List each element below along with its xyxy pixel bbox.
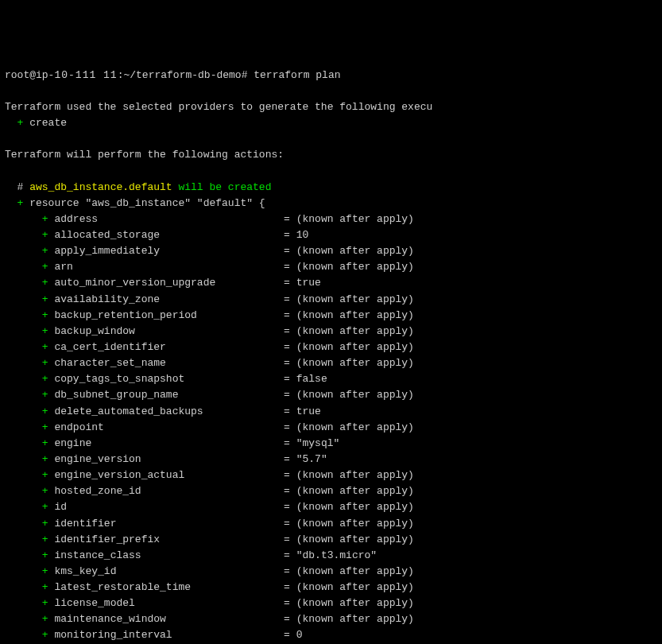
attr-plus: +	[5, 629, 54, 641]
attribute-row: + instance_class = "db.t3.micro"	[5, 548, 657, 564]
attr-name: id = (known after apply)	[54, 501, 413, 513]
attribute-row: + character_set_name = (known after appl…	[5, 355, 657, 371]
attr-name: copy_tags_to_snapshot = false	[54, 373, 327, 385]
attr-name: monitoring_interval = 0	[54, 629, 302, 641]
resource-decl: resource "aws_db_instance" "default" {	[29, 197, 265, 209]
attribute-row: + backup_retention_period = (known after…	[5, 308, 657, 324]
attr-name: backup_retention_period = (known after a…	[54, 309, 413, 321]
attr-name: address = (known after apply)	[54, 213, 413, 225]
attribute-row: + identifier = (known after apply)	[5, 516, 657, 532]
attribute-row: + allocated_storage = 10	[5, 227, 657, 243]
prompt-user: root@ip-	[5, 69, 54, 81]
attr-plus: +	[5, 613, 54, 625]
attr-plus: +	[5, 549, 54, 561]
attr-name: availability_zone = (known after apply)	[54, 293, 413, 305]
prompt-ip: 10-111 11	[54, 69, 117, 81]
attr-plus: +	[5, 245, 54, 257]
attribute-row: + id = (known after apply)	[5, 499, 657, 515]
attr-plus: +	[5, 213, 54, 225]
attr-name: db_subnet_group_name = (known after appl…	[54, 389, 413, 401]
attribute-row: + arn = (known after apply)	[5, 259, 657, 275]
attribute-row: + apply_immediately = (known after apply…	[5, 243, 657, 259]
attr-plus: +	[5, 293, 54, 305]
attribute-row: + ca_cert_identifier = (known after appl…	[5, 339, 657, 355]
terminal-output: root@ip-10-111 11:~/terraform-db-demo# t…	[5, 68, 657, 644]
attribute-row: + address = (known after apply)	[5, 211, 657, 227]
attribute-row: + delete_automated_backups = true	[5, 404, 657, 420]
attr-name: maintenance_window = (known after apply)	[54, 613, 413, 625]
attribute-row: + endpoint = (known after apply)	[5, 420, 657, 436]
perform-line: Terraform will perform the following act…	[5, 149, 284, 161]
attr-name: kms_key_id = (known after apply)	[54, 565, 413, 577]
attr-name: allocated_storage = 10	[54, 229, 308, 241]
attribute-row: + maintenance_window = (known after appl…	[5, 611, 657, 627]
attribute-row: + kms_key_id = (known after apply)	[5, 564, 657, 580]
attr-name: auto_minor_version_upgrade = true	[54, 277, 320, 289]
attribute-row: + latest_restorable_time = (known after …	[5, 580, 657, 596]
prompt-path: :~/terraform-db-demo#	[118, 69, 248, 81]
attr-plus: +	[5, 277, 54, 289]
attr-name: latest_restorable_time = (known after ap…	[54, 581, 413, 593]
attr-name: arn = (known after apply)	[54, 261, 413, 273]
attr-plus: +	[5, 325, 54, 337]
attr-name: endpoint = (known after apply)	[54, 421, 413, 433]
create-label: create	[29, 117, 67, 129]
attr-name: apply_immediately = (known after apply)	[54, 245, 413, 257]
attr-plus: +	[5, 485, 54, 497]
attributes-list: + address = (known after apply) + alloca…	[5, 211, 657, 644]
attr-plus: +	[5, 405, 54, 417]
attr-plus: +	[5, 261, 54, 273]
attribute-row: + monitoring_interval = 0	[5, 627, 657, 643]
attr-plus: +	[5, 341, 54, 353]
attr-plus: +	[5, 453, 54, 465]
attr-plus: +	[5, 309, 54, 321]
attr-name: delete_automated_backups = true	[54, 405, 320, 417]
attribute-row: + availability_zone = (known after apply…	[5, 292, 657, 308]
comment-suffix: will be created	[172, 181, 272, 193]
attr-name: engine_version = "5.7"	[54, 453, 327, 465]
command-text: terraform plan	[247, 69, 340, 81]
attr-plus: +	[5, 501, 54, 513]
attr-plus: +	[5, 229, 54, 241]
attr-name: instance_class = "db.t3.micro"	[54, 549, 377, 561]
attribute-row: + engine = "mysql"	[5, 436, 657, 452]
attr-name: engine_version_actual = (known after app…	[54, 469, 413, 481]
attr-plus: +	[5, 421, 54, 433]
attr-name: hosted_zone_id = (known after apply)	[54, 485, 413, 497]
attr-plus: +	[5, 581, 54, 593]
attr-name: identifier = (known after apply)	[54, 518, 413, 530]
resource-name-comment: aws_db_instance.default	[29, 181, 172, 193]
attr-plus: +	[5, 373, 54, 385]
attribute-row: + engine_version = "5.7"	[5, 452, 657, 467]
attr-plus: +	[5, 597, 54, 609]
attribute-row: + copy_tags_to_snapshot = false	[5, 371, 657, 387]
attr-plus: +	[5, 437, 54, 449]
comment-hash: #	[5, 181, 29, 193]
attr-plus: +	[5, 533, 54, 545]
attribute-row: + db_subnet_group_name = (known after ap…	[5, 387, 657, 403]
attr-plus: +	[5, 469, 54, 481]
attribute-row: + backup_window = (known after apply)	[5, 324, 657, 339]
attribute-row: + hosted_zone_id = (known after apply)	[5, 483, 657, 499]
attr-plus: +	[5, 518, 54, 530]
attr-name: engine = "mysql"	[54, 437, 339, 449]
attr-name: backup_window = (known after apply)	[54, 325, 413, 337]
attribute-row: + identifier_prefix = (known after apply…	[5, 532, 657, 548]
attr-plus: +	[5, 389, 54, 401]
attribute-row: + auto_minor_version_upgrade = true	[5, 275, 657, 291]
attribute-row: + engine_version_actual = (known after a…	[5, 467, 657, 483]
attr-name: identifier_prefix = (known after apply)	[54, 533, 413, 545]
attr-name: ca_cert_identifier = (known after apply)	[54, 341, 413, 353]
attr-name: license_model = (known after apply)	[54, 597, 413, 609]
attr-name: character_set_name = (known after apply)	[54, 357, 413, 369]
intro-line: Terraform used the selected providers to…	[5, 101, 432, 113]
create-plus: +	[5, 117, 29, 129]
attr-plus: +	[5, 565, 54, 577]
prompt-line: root@ip-10-111 11:~/terraform-db-demo# t…	[5, 69, 341, 81]
attribute-row: + license_model = (known after apply)	[5, 596, 657, 611]
attr-plus: +	[5, 357, 54, 369]
resource-plus: +	[5, 197, 29, 209]
